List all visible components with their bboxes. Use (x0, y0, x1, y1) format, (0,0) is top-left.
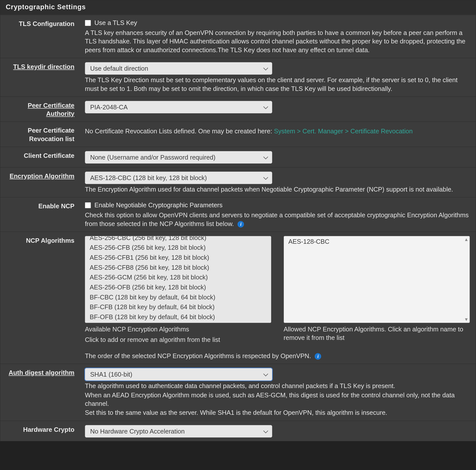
label-ncp-algorithms: NCP Algorithms (0, 235, 79, 360)
row-ncp-algorithms: NCP Algorithms AES-192-OFB (192 bit key,… (0, 232, 476, 364)
field-auth-digest: SHA1 (160-bit) The algorithm used to aut… (79, 367, 476, 417)
help-auth-digest-2: When an AEAD Encryption Algorithm mode i… (85, 391, 470, 408)
help-encryption-algorithm: The Encryption Algorithm used for data c… (85, 185, 470, 194)
link-cert-revocation[interactable]: System > Cert. Manager > Certificate Rev… (274, 128, 413, 135)
label-peer-crl: Peer Certificate Revocation list (0, 124, 79, 143)
crl-help-prefix: No Certificate Revocation Lists defined.… (85, 128, 274, 135)
row-client-cert: Client Certificate None (Username and/or… (0, 147, 476, 167)
help-auth-digest-1: The algorithm used to authenticate data … (85, 382, 470, 390)
field-peer-crl: No Certificate Revocation Lists defined.… (79, 124, 476, 143)
select-client-cert[interactable]: None (Username and/or Password required) (85, 151, 272, 164)
field-ncp-algorithms: AES-192-OFB (192 bit key, 128 bit block)… (79, 235, 476, 360)
label-hardware-crypto: Hardware Crypto (0, 424, 79, 438)
field-tls-configuration: Use a TLS Key A TLS key enhances securit… (79, 18, 476, 54)
ncp-available-option[interactable]: AES-256-CBC (256 bit key, 128 bit block) (85, 236, 271, 243)
row-encryption-algorithm: Encryption Algorithm AES-128-CBC (128 bi… (0, 167, 476, 197)
help-available-ncp-2: Click to add or remove an algorithm from… (85, 335, 271, 344)
ncp-available-option[interactable]: BF-CBC (128 bit key by default, 64 bit b… (85, 292, 271, 302)
checkbox-enable-ncp[interactable] (85, 202, 91, 208)
help-allowed-ncp: Allowed NCP Encryption Algorithms. Click… (284, 325, 470, 342)
ncp-available-option[interactable]: AES-256-CFB1 (256 bit key, 128 bit block… (85, 253, 271, 263)
checkbox-label-enable-ncp: Enable Negotiable Cryptographic Paramete… (94, 202, 223, 209)
field-client-cert: None (Username and/or Password required) (79, 150, 476, 164)
cryptographic-settings-panel: Cryptographic Settings TLS Configuration… (0, 0, 476, 441)
row-auth-digest: Auth digest algorithm SHA1 (160-bit) The… (0, 364, 476, 421)
ncp-available-option[interactable]: AES-256-CFB8 (256 bit key, 128 bit block… (85, 263, 271, 273)
ncp-available-option[interactable]: BF-OFB (128 bit key by default, 64 bit b… (85, 312, 271, 322)
label-auth-digest[interactable]: Auth digest algorithm (0, 367, 79, 417)
label-tls-keydir[interactable]: TLS keydir direction (0, 61, 79, 93)
help-tls-keydir: The TLS Key Direction must be set to com… (85, 76, 470, 93)
scroll-down-icon: ▼ (464, 317, 469, 322)
info-icon[interactable]: i (238, 221, 244, 228)
ncp-available-option[interactable]: AES-256-GCM (256 bit key, 128 bit block) (85, 272, 271, 282)
field-peer-ca: PIA-2048-CA (79, 99, 476, 118)
select-peer-ca[interactable]: PIA-2048-CA (85, 101, 272, 113)
help-auth-digest-3: Set this to the same value as the server… (85, 408, 470, 417)
select-auth-digest[interactable]: SHA1 (160-bit) (85, 368, 272, 381)
help-available-ncp-1: Available NCP Encryption Algorithms (85, 325, 271, 333)
label-enable-ncp: Enable NCP (0, 200, 79, 228)
row-peer-ca: Peer Certificate Authority PIA-2048-CA (0, 96, 476, 121)
checkbox-use-tls-key[interactable] (85, 20, 91, 26)
row-tls-keydir: TLS keydir direction Use default directi… (0, 58, 476, 96)
row-hardware-crypto: Hardware Crypto No Hardware Crypto Accel… (0, 421, 476, 441)
select-hardware-crypto[interactable]: No Hardware Crypto Acceleration (85, 425, 272, 438)
info-icon[interactable]: i (315, 353, 321, 360)
label-encryption-algorithm[interactable]: Encryption Algorithm (0, 170, 79, 194)
select-tls-keydir[interactable]: Use default direction (85, 62, 272, 75)
label-client-cert: Client Certificate (0, 150, 79, 164)
field-enable-ncp: Enable Negotiable Cryptographic Paramete… (79, 200, 476, 228)
scroll-up-icon: ▲ (464, 237, 469, 242)
panel-title: Cryptographic Settings (0, 0, 476, 15)
help-peer-crl: No Certificate Revocation Lists defined.… (85, 127, 470, 135)
row-enable-ncp: Enable NCP Enable Negotiable Cryptograph… (0, 197, 476, 232)
help-ncp-order: The order of the selected NCP Encryption… (85, 352, 470, 360)
select-encryption-algorithm[interactable]: AES-128-CBC (128 bit key, 128 bit block) (85, 172, 272, 184)
help-tls-configuration: A TLS key enhances security of an OpenVP… (85, 28, 470, 54)
field-hardware-crypto: No Hardware Crypto Acceleration (79, 424, 476, 438)
help-enable-ncp: Check this option to allow OpenVPN clien… (85, 211, 470, 228)
ncp-available-option[interactable]: BF-CFB (128 bit key by default, 64 bit b… (85, 302, 271, 312)
field-encryption-algorithm: AES-128-CBC (128 bit key, 128 bit block)… (79, 170, 476, 194)
label-peer-ca[interactable]: Peer Certificate Authority (0, 99, 79, 118)
ncp-available-option[interactable]: AES-256-CFB (256 bit key, 128 bit block) (85, 243, 271, 253)
listbox-available-ncp[interactable]: AES-192-OFB (192 bit key, 128 bit block)… (85, 236, 271, 323)
label-tls-configuration: TLS Configuration (0, 18, 79, 54)
field-tls-keydir: Use default direction The TLS Key Direct… (79, 61, 476, 93)
row-tls-configuration: TLS Configuration Use a TLS Key A TLS ke… (0, 15, 476, 58)
ncp-available-option[interactable]: AES-256-OFB (256 bit key, 128 bit block) (85, 282, 271, 292)
listbox-allowed-ncp[interactable]: AES-128-CBC▲ ▼ (284, 236, 470, 323)
ncp-allowed-option[interactable]: AES-128-CBC (284, 237, 470, 247)
checkbox-label-use-tls-key: Use a TLS Key (94, 19, 137, 26)
row-peer-crl: Peer Certificate Revocation list No Cert… (0, 121, 476, 146)
